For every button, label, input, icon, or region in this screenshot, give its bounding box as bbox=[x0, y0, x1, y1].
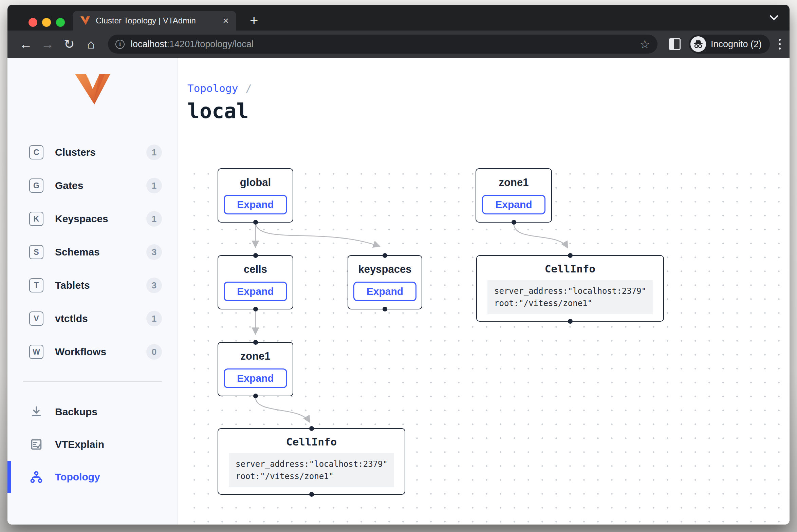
expand-button[interactable]: Expand bbox=[482, 195, 545, 214]
side-panel-icon[interactable] bbox=[669, 38, 681, 50]
node-keyspaces: keyspaces Expand bbox=[348, 255, 422, 309]
bookmark-star-icon[interactable]: ☆ bbox=[640, 37, 650, 51]
reload-icon[interactable]: ↻ bbox=[60, 35, 79, 54]
connection-handle bbox=[309, 426, 314, 431]
count-badge: 0 bbox=[146, 344, 162, 360]
sidebar-item-label: Schemas bbox=[55, 246, 100, 258]
url-host: localhost bbox=[131, 39, 167, 49]
sidebar-item-label: vtctlds bbox=[55, 313, 88, 324]
cellinfo-root: root:"/vitess/zone1" bbox=[236, 470, 387, 482]
gates-letter-icon: G bbox=[29, 178, 43, 193]
forward-icon[interactable]: → bbox=[38, 35, 57, 54]
cellinfo-server-address: server_address:"localhost:2379" bbox=[494, 285, 646, 297]
download-icon bbox=[29, 405, 43, 419]
node-zone1-left: zone1 Expand bbox=[218, 342, 293, 396]
sidebar-item-label: Workflows bbox=[55, 346, 106, 358]
cellinfo-root: root:"/vitess/zone1" bbox=[494, 297, 646, 309]
browser-tab[interactable]: Cluster Topology | VTAdmin × bbox=[73, 11, 236, 31]
page-title: local bbox=[187, 99, 249, 123]
expand-button[interactable]: Expand bbox=[224, 195, 287, 214]
sidebar-item-label: Clusters bbox=[55, 147, 96, 158]
back-icon[interactable]: ← bbox=[16, 35, 35, 54]
node-cells: cells Expand bbox=[218, 255, 293, 309]
window-minimize-button[interactable] bbox=[42, 18, 51, 27]
window-zoom-button[interactable] bbox=[56, 18, 65, 27]
workflows-letter-icon: W bbox=[29, 345, 43, 359]
count-badge: 1 bbox=[146, 145, 162, 160]
breadcrumb-topology-link[interactable]: Topology bbox=[187, 82, 238, 94]
count-badge: 3 bbox=[146, 244, 162, 260]
connection-handle bbox=[568, 319, 573, 324]
home-icon[interactable]: ⌂ bbox=[81, 35, 100, 54]
clusters-letter-icon: C bbox=[29, 145, 43, 159]
node-cellinfo-bottom: CellInfo server_address:"localhost:2379"… bbox=[218, 428, 405, 495]
schemas-letter-icon: S bbox=[29, 245, 43, 259]
active-item-indicator bbox=[7, 461, 11, 493]
address-bar[interactable]: i localhost:14201/topology/local ☆ bbox=[108, 35, 657, 54]
connection-handle bbox=[383, 253, 387, 258]
sidebar-item-workflows[interactable]: W Workflows 0 bbox=[7, 335, 178, 368]
sidebar-item-label: Gates bbox=[55, 180, 83, 191]
cellinfo-server-address: server_address:"localhost:2379" bbox=[236, 458, 387, 470]
expand-button[interactable]: Expand bbox=[224, 368, 287, 388]
connection-handle bbox=[309, 492, 314, 497]
connection-handle bbox=[253, 253, 258, 258]
cellinfo-code-block: server_address:"localhost:2379" root:"/v… bbox=[487, 280, 653, 314]
count-badge: 1 bbox=[146, 311, 162, 326]
incognito-badge[interactable]: Incognito (2) bbox=[689, 35, 770, 54]
topology-canvas-area: Topology / local bbox=[178, 58, 790, 525]
node-title: zone1 bbox=[499, 176, 529, 189]
sidebar-item-label: Topology bbox=[55, 471, 100, 483]
desktop-background: Cluster Topology | VTAdmin × + ← → ↻ ⌂ i… bbox=[0, 0, 797, 532]
connection-handle bbox=[253, 220, 258, 225]
sidebar-nav: C Clusters 1 G Gates 1 K Keyspaces 1 bbox=[7, 136, 178, 368]
window-close-button[interactable] bbox=[29, 18, 37, 27]
sidebar-item-label: Backups bbox=[55, 406, 97, 418]
breadcrumb: Topology / bbox=[187, 82, 252, 94]
expand-button[interactable]: Expand bbox=[224, 282, 287, 301]
vitess-logo bbox=[74, 73, 112, 105]
sidebar-item-label: Tablets bbox=[55, 280, 90, 291]
node-cellinfo-right: CellInfo server_address:"localhost:2379"… bbox=[476, 255, 664, 322]
node-zone1-right: zone1 Expand bbox=[476, 168, 552, 223]
checklist-document-icon bbox=[29, 437, 43, 452]
count-badge: 3 bbox=[146, 278, 162, 293]
connection-handle bbox=[383, 307, 387, 311]
connection-handle bbox=[253, 307, 258, 311]
sidebar-divider bbox=[23, 381, 162, 382]
sidebar-item-label: VTExplain bbox=[55, 439, 104, 450]
vtctlds-letter-icon: V bbox=[29, 311, 43, 326]
url-text[interactable]: localhost:14201/topology/local bbox=[131, 39, 635, 50]
sidebar-item-gates[interactable]: G Gates 1 bbox=[7, 169, 178, 202]
browser-menu-icon[interactable] bbox=[779, 39, 781, 50]
connection-handle bbox=[512, 220, 516, 225]
connection-handle bbox=[253, 394, 258, 398]
count-badge: 1 bbox=[146, 211, 162, 227]
tab-close-icon[interactable]: × bbox=[223, 16, 229, 26]
node-global: global Expand bbox=[218, 168, 293, 223]
browser-window: Cluster Topology | VTAdmin × + ← → ↻ ⌂ i… bbox=[7, 5, 790, 525]
node-title: cells bbox=[244, 263, 267, 276]
sidebar-item-keyspaces[interactable]: K Keyspaces 1 bbox=[7, 202, 178, 235]
node-title: global bbox=[240, 176, 271, 189]
url-path: :14201/topology/local bbox=[167, 39, 254, 49]
sidebar-item-schemas[interactable]: S Schemas 3 bbox=[7, 235, 178, 269]
connection-handle bbox=[253, 340, 258, 345]
tab-search-chevron-icon[interactable] bbox=[768, 14, 779, 21]
sidebar-item-topology[interactable]: Topology bbox=[7, 461, 178, 493]
breadcrumb-separator: / bbox=[245, 82, 252, 94]
cellinfo-code-block: server_address:"localhost:2379" root:"/v… bbox=[229, 453, 394, 487]
sidebar-item-tablets[interactable]: T Tablets 3 bbox=[7, 269, 178, 302]
incognito-avatar-icon bbox=[690, 36, 706, 52]
sidebar-item-vtctlds[interactable]: V vtctlds 1 bbox=[7, 302, 178, 335]
sidebar-item-backups[interactable]: Backups bbox=[7, 396, 178, 428]
topology-tree-icon bbox=[29, 470, 43, 484]
site-info-icon[interactable]: i bbox=[115, 40, 125, 49]
sidebar-item-clusters[interactable]: C Clusters 1 bbox=[7, 136, 178, 169]
vtadmin-page: C Clusters 1 G Gates 1 K Keyspaces 1 bbox=[7, 58, 790, 525]
vitess-favicon-icon bbox=[80, 16, 90, 26]
sidebar-item-vtexplain[interactable]: VTExplain bbox=[7, 428, 178, 461]
new-tab-button[interactable]: + bbox=[250, 14, 258, 28]
tab-strip: Cluster Topology | VTAdmin × + bbox=[7, 5, 790, 31]
expand-button[interactable]: Expand bbox=[353, 282, 416, 301]
